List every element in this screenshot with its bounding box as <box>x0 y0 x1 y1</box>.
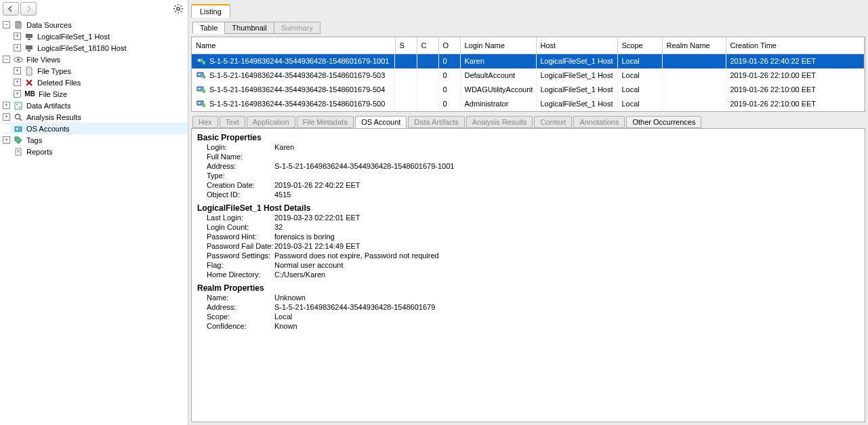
cell-realm <box>662 68 726 83</box>
tree-item-tags[interactable]: + Tags <box>3 134 188 146</box>
tree-item-host1[interactable]: + LogicalFileSet_1 Host <box>14 31 188 42</box>
tree-label: Data Artifacts <box>26 102 70 110</box>
svg-line-5 <box>175 5 176 7</box>
table-header-row: Name S C O Login Name Host Scope Realm N… <box>192 37 865 54</box>
section-host-title: LogicalFileSet_1 Host Details <box>197 203 859 213</box>
artifact-icon <box>13 100 24 111</box>
label-rconfidence: Confidence: <box>207 322 274 330</box>
tree-item-deleted-files[interactable]: + Deleted Files <box>14 77 188 88</box>
cell-realm <box>662 97 726 111</box>
collapse-icon[interactable]: − <box>3 56 10 63</box>
label-lastlogin: Last Login: <box>207 214 274 222</box>
col-s[interactable]: S <box>395 37 417 54</box>
col-login[interactable]: Login Name <box>460 37 536 54</box>
table-row[interactable]: S-1-5-21-1649836244-3544936428-154860167… <box>192 97 865 111</box>
value-login: Karen <box>274 143 859 151</box>
section-realm-title: Realm Properties <box>197 283 859 293</box>
tree-item-host2[interactable]: + LogicalFileSet_18180 Host <box>14 42 188 54</box>
col-o[interactable]: O <box>438 37 460 54</box>
svg-line-22 <box>20 119 22 121</box>
cell-realm <box>662 83 726 97</box>
label-creation: Creation Date: <box>207 181 274 189</box>
tree-item-data-artifacts[interactable]: + Data Artifacts <box>3 100 188 111</box>
col-c[interactable]: C <box>417 37 438 54</box>
cell-login: Administrator <box>460 97 536 111</box>
cell-c <box>417 97 438 111</box>
expand-icon[interactable]: + <box>14 90 21 98</box>
tree-item-file-types[interactable]: + File Types <box>14 65 188 77</box>
detail-tab-context: Context <box>534 116 572 128</box>
value-type <box>274 171 859 180</box>
back-button[interactable] <box>3 2 19 16</box>
col-creation[interactable]: Creation Time <box>726 37 865 54</box>
svg-point-38 <box>199 102 201 104</box>
col-name[interactable]: Name <box>192 37 395 54</box>
table-row[interactable]: S-1-5-21-1649836244-3544936428-154860167… <box>192 83 865 97</box>
table-row[interactable]: S-1-5-21-1649836244-3544936428-154860167… <box>192 54 865 68</box>
svg-rect-36 <box>203 89 205 93</box>
expand-icon[interactable]: + <box>14 33 21 40</box>
detail-tab-hex: Hex <box>192 116 218 128</box>
file-icon <box>24 66 35 77</box>
cell-scope: Local <box>617 54 662 68</box>
tree-item-reports[interactable]: Reports <box>3 146 188 157</box>
cell-name: S-1-5-21-1649836244-3544936428-154860167… <box>192 97 395 111</box>
expand-icon[interactable]: + <box>14 67 21 75</box>
cell-name: S-1-5-21-1649836244-3544936428-154860167… <box>192 83 395 97</box>
svg-line-6 <box>181 12 182 13</box>
tree-label: Tags <box>26 136 42 144</box>
tree-label: LogicalFileSet_18180 Host <box>37 44 126 52</box>
svg-point-15 <box>17 58 20 61</box>
value-raddress: S-1-5-21-1649836244-3544936428-154860167… <box>274 303 859 311</box>
col-realm[interactable]: Realm Name <box>662 37 726 54</box>
cell-scope: Local <box>617 68 662 83</box>
tree-item-os-accounts[interactable]: OS Accounts <box>3 123 188 134</box>
cell-host: LogicalFileSet_1 Host <box>536 54 617 68</box>
detail-tab-os-account[interactable]: OS Account <box>355 116 407 128</box>
value-objid: 4515 <box>274 190 859 199</box>
col-scope[interactable]: Scope <box>617 37 662 54</box>
svg-rect-37 <box>197 101 203 105</box>
tree-label: File Views <box>26 56 60 64</box>
cell-time: 2019-01-26 22:10:00 EET <box>726 68 865 83</box>
detail-tab-annotations: Annotations <box>573 116 625 128</box>
svg-rect-31 <box>197 73 203 77</box>
tree-item-file-views[interactable]: − File Views <box>3 54 188 65</box>
view-tab-thumbnail[interactable]: Thumbnail <box>224 22 274 34</box>
tree: − Data Sources + LogicalFileSet_1 Host +… <box>0 18 188 425</box>
tree-item-data-sources[interactable]: − Data Sources <box>3 19 188 31</box>
detail-tab-other-occurrences[interactable]: Other Occurrences <box>626 116 701 128</box>
forward-button[interactable] <box>20 2 37 16</box>
cell-c <box>417 68 438 83</box>
tab-listing[interactable]: Listing <box>191 4 230 18</box>
label-raddress: Address: <box>207 303 274 311</box>
cell-scope: Local <box>617 83 662 97</box>
value-pwsettings: Password does not expire, Password not r… <box>274 251 859 260</box>
host-icon <box>24 31 35 42</box>
svg-point-32 <box>199 74 201 76</box>
view-tab-table[interactable]: Table <box>192 22 225 34</box>
tree-label: Data Sources <box>26 21 72 29</box>
cell-o: 0 <box>438 83 460 97</box>
svg-line-8 <box>181 5 182 7</box>
cell-s <box>395 97 417 111</box>
svg-rect-30 <box>203 61 205 64</box>
value-creation: 2019-01-26 22:40:22 EET <box>274 181 859 189</box>
expand-icon[interactable]: + <box>14 79 21 86</box>
cell-s <box>395 54 417 68</box>
label-rscope: Scope: <box>207 312 274 321</box>
tree-item-analysis-results[interactable]: + Analysis Results <box>3 111 188 123</box>
col-host[interactable]: Host <box>536 37 617 54</box>
expand-icon[interactable]: + <box>3 113 10 121</box>
detail-tab-application: Application <box>247 116 295 128</box>
table-row[interactable]: S-1-5-21-1649836244-3544936428-154860167… <box>192 68 865 83</box>
expand-icon[interactable]: + <box>14 44 21 52</box>
expand-icon[interactable]: + <box>3 136 10 144</box>
host-icon <box>24 43 35 54</box>
collapse-icon[interactable]: − <box>3 21 10 28</box>
no-twisty <box>3 125 10 132</box>
expand-icon[interactable]: + <box>3 102 10 109</box>
gear-icon[interactable] <box>171 2 185 16</box>
tree-item-file-size[interactable]: + MB File Size <box>14 88 188 100</box>
label-flag: Flag: <box>207 261 274 269</box>
